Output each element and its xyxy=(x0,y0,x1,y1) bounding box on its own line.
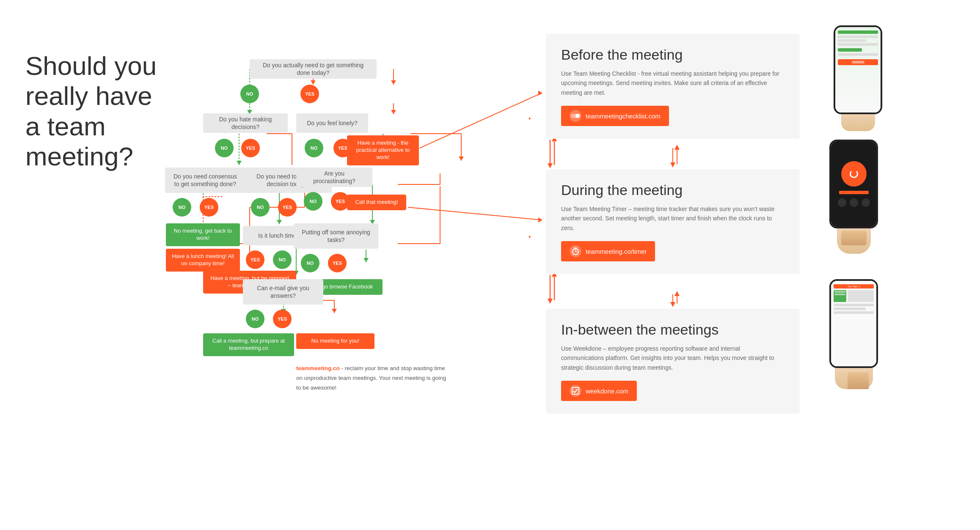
phone-inbetween: Top Tiger 1 xyxy=(829,279,878,389)
section-inbetween-cta-text: weekdone.com xyxy=(586,387,628,395)
answer-q1-yes: YES xyxy=(300,85,319,103)
svg-marker-74 xyxy=(674,291,680,296)
result-lunch-meeting: Have a lunch meeting! All on company tim… xyxy=(166,249,240,272)
answer-q1-no: NO xyxy=(240,85,259,103)
answer-q4-no: NO xyxy=(173,198,191,217)
result-no-meeting-you: No meeting for you! xyxy=(296,333,374,349)
section-before-cta-text: teammeetingchecklist.com xyxy=(586,113,661,120)
result-prepare-meeting: Call a meeting, but prepare at teammeeti… xyxy=(203,333,294,356)
section-during: During the meeting Use Team Meeting Time… xyxy=(546,169,800,274)
phone-during xyxy=(829,140,878,254)
question-3: Do you feel lonely? xyxy=(296,113,368,133)
svg-marker-66 xyxy=(538,217,542,222)
section-inbetween: In-between the meetings Use Weekdone – e… xyxy=(546,309,800,414)
answer-q9-no: NO xyxy=(246,310,264,328)
answer-q2-no: NO xyxy=(215,139,234,157)
answer-q3-no: NO xyxy=(305,139,323,157)
svg-marker-31 xyxy=(311,80,316,85)
svg-marker-38 xyxy=(277,220,282,224)
bottom-text: teammeeting.co - reclaim your time and s… xyxy=(296,364,449,393)
question-4: Do you need consensus to get something d… xyxy=(165,168,245,193)
svg-marker-34 xyxy=(391,110,396,114)
svg-marker-49 xyxy=(548,299,553,304)
checkbox-icon xyxy=(570,385,581,397)
question-1: Do you actually need to get something do… xyxy=(250,59,377,79)
phone-before xyxy=(834,25,882,131)
result-no-meeting-back: No meeting, get back to work! xyxy=(166,223,240,246)
section-during-cta-text: teammeeting.co/timer xyxy=(586,248,647,255)
svg-marker-68 xyxy=(670,162,675,168)
question-6: Are you procrastinating? xyxy=(296,168,372,187)
answer-q8-no: NO xyxy=(301,254,319,272)
section-inbetween-cta[interactable]: weekdone.com xyxy=(561,381,637,401)
answer-q2-yes: YES xyxy=(241,139,260,157)
svg-marker-45 xyxy=(548,163,553,168)
answer-q4-yes: YES xyxy=(200,198,218,217)
section-before-title: Before the meeting xyxy=(561,47,785,63)
svg-line-63 xyxy=(420,93,542,148)
question-8: Putting off some annoying tasks? xyxy=(294,223,378,249)
bottom-link[interactable]: teammeeting.co xyxy=(296,365,340,371)
svg-marker-37 xyxy=(459,157,464,161)
svg-marker-53 xyxy=(529,116,531,121)
svg-marker-72 xyxy=(670,302,675,307)
question-9: Can e-mail give you answers? xyxy=(243,279,323,305)
svg-rect-62 xyxy=(572,387,579,394)
svg-marker-55 xyxy=(529,234,531,239)
result-have-meeting-alt: Have a meeting - the practical alternati… xyxy=(347,135,419,165)
answer-q7-yes: YES xyxy=(246,250,264,269)
answer-q9-yes: YES xyxy=(273,310,292,328)
section-before-cta[interactable]: teammeetingchecklist.com xyxy=(561,106,669,126)
svg-line-65 xyxy=(408,207,542,220)
svg-marker-41 xyxy=(363,258,369,262)
svg-marker-43 xyxy=(332,309,337,313)
answer-q8-yes: YES xyxy=(328,254,347,272)
svg-marker-64 xyxy=(538,91,542,96)
toggle-icon xyxy=(570,110,581,122)
result-call-meeting: Call that meeting! xyxy=(347,195,406,210)
question-2: Do you hate making decisions? xyxy=(203,113,288,133)
svg-marker-70 xyxy=(674,145,680,150)
timer-icon xyxy=(570,245,581,257)
answer-q5-yes: YES xyxy=(278,198,297,217)
section-during-cta[interactable]: teammeeting.co/timer xyxy=(561,241,655,261)
section-inbetween-title: In-between the meetings xyxy=(561,321,785,338)
answer-q7-no: NO xyxy=(273,250,292,269)
main-title: Should you really have a team meeting? xyxy=(25,51,169,171)
svg-marker-32 xyxy=(391,80,396,85)
section-during-title: During the meeting xyxy=(561,182,785,198)
answer-q5-no: NO xyxy=(251,198,270,217)
answer-q6-no: NO xyxy=(304,192,322,211)
section-inbetween-desc: Use Weekdone – employee progress reporti… xyxy=(561,344,785,372)
svg-point-57 xyxy=(575,114,580,118)
section-during-desc: Use Team Meeting Timer – meeting time tr… xyxy=(561,204,785,233)
section-before: Before the meeting Use Team Meeting Chec… xyxy=(546,34,800,139)
svg-marker-35 xyxy=(237,161,242,165)
section-before-desc: Use Team Meeting Checklist - free virtua… xyxy=(561,69,785,97)
